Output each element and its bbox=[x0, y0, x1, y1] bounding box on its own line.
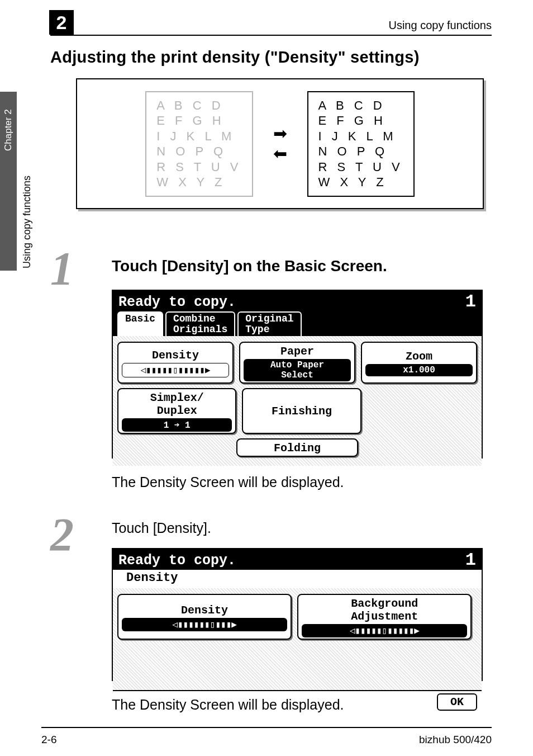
illus-light-line: E F G H bbox=[156, 113, 241, 129]
illus-dark-line: I J K L M bbox=[318, 129, 403, 144]
folding-button[interactable]: Folding bbox=[236, 438, 359, 457]
step-number-1: 1 bbox=[50, 242, 89, 296]
arrow-left-icon: ⬅ bbox=[273, 145, 287, 162]
density-button-label: Density bbox=[122, 349, 229, 362]
illustration-page-light: A B C D E F G H I J K L M N O P Q R S T … bbox=[145, 91, 253, 197]
illus-light-line: N O P Q bbox=[156, 144, 241, 159]
lcd1-tabs: Basic Combine Originals Original Type bbox=[113, 311, 482, 336]
footer-model: bizhub 500/420 bbox=[419, 734, 492, 746]
footer-page-number: 2-6 bbox=[41, 734, 56, 746]
illus-dark-line: A B C D bbox=[318, 98, 403, 114]
header-rule bbox=[50, 35, 492, 36]
footer-rule bbox=[41, 727, 492, 728]
step-2-after-text: The Density Screen will be displayed. bbox=[112, 697, 344, 713]
illus-light-line: A B C D bbox=[156, 98, 241, 114]
lcd1-copy-count: 1 bbox=[465, 294, 476, 310]
density-adjust-indicator: ◁▮▮▮▮▮▮▯▮▮▮▶ bbox=[122, 618, 287, 631]
lcd2-header: Ready to copy. 1 bbox=[113, 549, 482, 570]
finishing-button[interactable]: Finishing bbox=[242, 388, 361, 434]
step-1-after-text: The Density Screen will be displayed. bbox=[112, 474, 344, 490]
zoom-button-label: Zoom bbox=[365, 350, 473, 363]
lcd2-status: Ready to copy. bbox=[118, 552, 236, 569]
background-adjust-label: Background Adjustment bbox=[302, 597, 467, 623]
zoom-button[interactable]: Zoom x1.000 bbox=[361, 342, 477, 384]
lcd1-status: Ready to copy. bbox=[118, 294, 236, 310]
paper-button[interactable]: Paper Auto Paper Select bbox=[239, 342, 355, 384]
step-2-title: Touch [Density]. bbox=[112, 520, 211, 536]
density-adjust-label: Density bbox=[122, 604, 287, 617]
simplex-duplex-button[interactable]: Simplex/ Duplex 1 ➔ 1 bbox=[117, 388, 236, 434]
zoom-button-value: x1.000 bbox=[365, 364, 473, 376]
header-right-text: Using copy functions bbox=[388, 19, 492, 32]
lcd1-header: Ready to copy. 1 bbox=[113, 291, 482, 311]
tab-combine-originals[interactable]: Combine Originals bbox=[165, 311, 235, 336]
illus-light-line: I J K L M bbox=[156, 129, 241, 144]
folding-button-label: Folding bbox=[241, 442, 354, 455]
illustration-arrows: ➡ ⬅ bbox=[273, 125, 287, 162]
illus-dark-line: E F G H bbox=[318, 113, 403, 129]
sidebar-chapter-label: Chapter 2 bbox=[3, 109, 14, 151]
lcd-density-screen: Ready to copy. 1 Density Density ◁▮▮▮▮▮▮… bbox=[112, 548, 483, 681]
illustration-page-dark: A B C D E F G H I J K L M N O P Q R S T … bbox=[307, 91, 415, 197]
lcd2-body: Density ◁▮▮▮▮▮▮▯▮▮▮▶ Background Adjustme… bbox=[113, 588, 482, 690]
background-adjust-indicator: ◁▮▮▮▮▮▯▮▮▮▮▮▶ bbox=[302, 624, 467, 637]
background-adjust-button[interactable]: Background Adjustment ◁▮▮▮▮▮▯▮▮▮▮▮▶ bbox=[297, 594, 472, 640]
tab-basic[interactable]: Basic bbox=[117, 311, 163, 336]
paper-button-label: Paper bbox=[244, 345, 351, 358]
lcd2-copy-count: 1 bbox=[465, 552, 476, 569]
chapter-badge: 2 bbox=[49, 10, 74, 35]
ok-button[interactable]: OK bbox=[437, 693, 477, 711]
density-button[interactable]: Density ◁▮▮▮▮▮▯▮▮▮▮▮▶ bbox=[117, 342, 234, 384]
illus-light-line: W X Y Z bbox=[156, 174, 241, 190]
paper-button-value: Auto Paper Select bbox=[244, 359, 351, 381]
simplex-duplex-value: 1 ➔ 1 bbox=[122, 418, 232, 432]
density-level-indicator: ◁▮▮▮▮▮▯▮▮▮▮▮▶ bbox=[122, 363, 229, 377]
density-illustration: A B C D E F G H I J K L M N O P Q R S T … bbox=[76, 78, 484, 209]
lcd2-screen-title: Density bbox=[113, 570, 482, 588]
tab-original-type[interactable]: Original Type bbox=[237, 311, 301, 336]
step-1-title: Touch [Density] on the Basic Screen. bbox=[112, 257, 387, 275]
illus-light-line: R S T U V bbox=[156, 159, 241, 175]
finishing-button-label: Finishing bbox=[246, 405, 356, 418]
lcd-basic-screen: Ready to copy. 1 Basic Combine Originals… bbox=[112, 290, 483, 459]
density-adjust-button[interactable]: Density ◁▮▮▮▮▮▮▯▮▮▮▶ bbox=[117, 594, 292, 640]
step-number-2: 2 bbox=[50, 508, 89, 562]
empty-cell bbox=[117, 438, 231, 457]
arrow-right-icon: ➡ bbox=[273, 125, 287, 142]
section-heading: Adjusting the print density ("Density" s… bbox=[50, 48, 420, 67]
illus-dark-line: W X Y Z bbox=[318, 174, 403, 190]
illus-dark-line: N O P Q bbox=[318, 144, 403, 159]
empty-cell bbox=[364, 438, 477, 457]
simplex-duplex-label: Simplex/ Duplex bbox=[122, 391, 232, 417]
lcd1-body: Density ◁▮▮▮▮▮▯▮▮▮▮▮▶ Paper Auto Paper S… bbox=[113, 336, 482, 466]
empty-cell bbox=[367, 388, 477, 434]
illus-dark-line: R S T U V bbox=[318, 159, 403, 175]
